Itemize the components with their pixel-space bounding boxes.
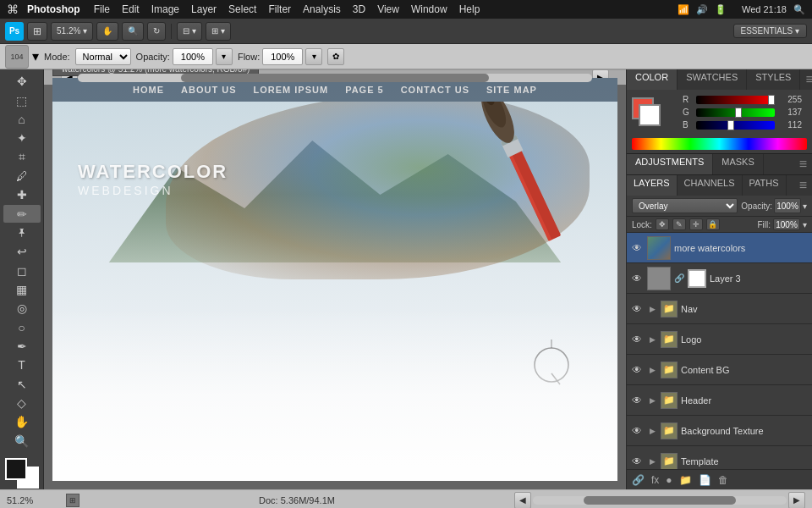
type-tool[interactable]: T	[3, 356, 41, 373]
layer-expand-icon[interactable]: ▶	[647, 365, 657, 375]
link-layers-btn[interactable]: 🔗	[632, 474, 645, 486]
rotate-btn[interactable]: ↻	[147, 22, 166, 41]
opacity-input[interactable]	[173, 48, 213, 65]
layer-visibility-toggle[interactable]: 👁	[630, 455, 644, 468]
red-slider-track[interactable]	[696, 96, 775, 104]
layer-row[interactable]: 👁 more watercolors	[627, 233, 812, 263]
layer-row[interactable]: 👁 ▶ 📁 Background Texture	[627, 416, 812, 446]
layer-row[interactable]: 👁 ▶ 📁 Header	[627, 385, 812, 416]
menu-edit[interactable]: Edit	[122, 3, 140, 15]
canvas-content[interactable]: HOME ABOUT US LOREM IPSUM PAGE 5 CONTACT…	[52, 78, 617, 481]
green-slider-thumb[interactable]	[735, 108, 742, 118]
menu-image[interactable]: Image	[151, 3, 179, 15]
layer-row[interactable]: 👁 ▶ 📁 Logo	[627, 324, 812, 355]
magic-wand-tool[interactable]: ✦	[3, 130, 41, 146]
fill-dropdown-icon[interactable]: ▾	[803, 220, 807, 229]
layer-visibility-toggle[interactable]: 👁	[630, 394, 644, 407]
brush-dropdown-icon[interactable]: ▾	[32, 48, 39, 64]
new-group-btn[interactable]: 📁	[679, 474, 692, 486]
mode-select[interactable]: Normal	[75, 48, 131, 65]
fill-value-input[interactable]	[773, 218, 800, 230]
flow-dropdown[interactable]: ▾	[305, 48, 322, 65]
search-icon[interactable]: 🔍	[793, 4, 805, 15]
flow-input[interactable]	[262, 48, 303, 65]
layer-expand-icon[interactable]: ▶	[647, 304, 657, 314]
layer-expand-icon[interactable]: ▶	[647, 334, 657, 345]
layer-visibility-toggle[interactable]: 👁	[630, 272, 644, 285]
menu-layer[interactable]: Layer	[191, 3, 217, 15]
layer-visibility-toggle[interactable]: 👁	[630, 302, 644, 316]
foreground-color-swatch[interactable]	[5, 458, 27, 480]
airbrush-btn[interactable]: ✿	[327, 48, 344, 65]
layer-row[interactable]: 👁 🔗 Layer 3	[627, 263, 812, 294]
tab-styles[interactable]: STYLES	[747, 69, 800, 90]
layer-expand-icon[interactable]: ▶	[647, 456, 657, 467]
scroll-track-status[interactable]	[533, 496, 787, 505]
layer-visibility-toggle[interactable]: 👁	[630, 363, 644, 377]
layer-row[interactable]: 👁 ▶ 📁 Nav	[627, 294, 812, 324]
menu-select[interactable]: Select	[228, 3, 256, 15]
tab-channels[interactable]: CHANNELS	[678, 175, 743, 196]
new-fill-btn[interactable]: ●	[666, 474, 672, 486]
menu-view[interactable]: View	[377, 3, 399, 15]
zoom-btn[interactable]: 51.2% ▾	[51, 22, 93, 41]
tab-adjustments[interactable]: ADJUSTMENTS	[627, 154, 713, 174]
lock-pixels-btn[interactable]: ✥	[656, 218, 669, 230]
crop-tool[interactable]: ⌗	[3, 148, 41, 165]
panel-options-icon[interactable]: ≡	[800, 69, 812, 90]
zoom-info-btn[interactable]: ⊞	[66, 494, 80, 507]
dodge-tool[interactable]: ○	[3, 318, 41, 335]
tab-layers[interactable]: LAYERS	[627, 175, 678, 196]
brush-preview[interactable]: 104	[5, 45, 29, 69]
fg-bg-swatches[interactable]	[632, 97, 674, 128]
zoom-tool[interactable]: 🔍	[3, 433, 41, 450]
arrange-btn[interactable]: ⊟ ▾	[177, 22, 202, 41]
blue-slider-thumb[interactable]	[727, 120, 734, 130]
clone-stamp-tool[interactable]: 🖈	[3, 224, 41, 241]
layer-expand-icon[interactable]: ▶	[647, 426, 657, 436]
move-tool[interactable]: ✥	[3, 73, 41, 90]
bg-color-swatch[interactable]	[639, 104, 661, 126]
blue-slider-track[interactable]	[696, 121, 775, 130]
menu-help[interactable]: Help	[459, 3, 480, 15]
new-layer-btn[interactable]: 📄	[699, 474, 711, 486]
green-slider-track[interactable]	[696, 108, 775, 117]
gradient-tool[interactable]: ▦	[3, 281, 41, 298]
brush-tool[interactable]: ✏	[3, 205, 41, 222]
scroll-thumb-h[interactable]	[181, 74, 490, 82]
shape-tool[interactable]: ◇	[3, 395, 41, 411]
brush-selector[interactable]: 104 ▾	[5, 45, 39, 69]
delete-layer-btn[interactable]: 🗑	[718, 474, 728, 486]
opacity-value-input[interactable]	[774, 198, 801, 213]
eraser-tool[interactable]: ◻	[3, 262, 41, 279]
blend-mode-select[interactable]: Overlay	[632, 198, 738, 213]
scroll-track-h[interactable]	[78, 74, 592, 82]
opacity-dropdown-icon[interactable]: ▾	[803, 202, 807, 211]
tab-paths[interactable]: PATHS	[743, 175, 787, 196]
menu-filter[interactable]: Filter	[268, 3, 291, 15]
menu-window[interactable]: Window	[411, 3, 447, 15]
next-frame-btn[interactable]: ▶	[788, 492, 805, 509]
tab-masks[interactable]: MASKS	[713, 154, 764, 174]
apple-logo[interactable]: ⌘	[7, 3, 19, 16]
blur-tool[interactable]: ◎	[3, 300, 41, 317]
lasso-tool[interactable]: ⌂	[3, 111, 41, 128]
menu-analysis[interactable]: Analysis	[303, 3, 341, 15]
fx-btn[interactable]: fx	[651, 474, 659, 486]
layer-expand-icon[interactable]: ▶	[647, 395, 657, 406]
red-slider-thumb[interactable]	[768, 95, 775, 105]
color-spectrum-bar[interactable]	[632, 138, 807, 150]
pen-tool[interactable]: ✒	[3, 338, 41, 355]
eyedropper-tool[interactable]: 🖊	[3, 168, 41, 185]
layer-visibility-toggle[interactable]: 👁	[630, 424, 644, 438]
hand-tool-btn[interactable]: ✋	[96, 22, 118, 41]
screen-btn[interactable]: ⊞ ▾	[206, 22, 231, 41]
layer-row[interactable]: 👁 ▶ 📁 Template	[627, 446, 812, 469]
path-select-tool[interactable]: ↖	[3, 376, 41, 393]
opacity-dropdown[interactable]: ▾	[216, 48, 233, 65]
hand-tool[interactable]: ✋	[3, 413, 41, 430]
menu-file[interactable]: File	[94, 3, 110, 15]
history-tool[interactable]: ↩	[3, 243, 41, 260]
lock-all-btn[interactable]: 🔒	[706, 218, 720, 230]
tab-swatches[interactable]: SWATCHES	[678, 69, 747, 90]
